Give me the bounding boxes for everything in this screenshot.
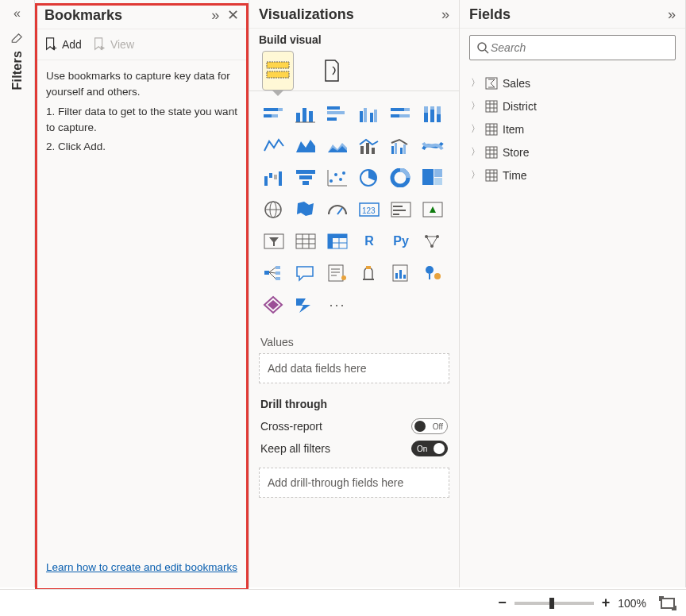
svg-rect-25 bbox=[424, 113, 428, 122]
svg-rect-8 bbox=[272, 114, 278, 117]
qna-icon[interactable] bbox=[292, 260, 319, 287]
donut-chart-icon[interactable] bbox=[387, 164, 414, 191]
field-table-time[interactable]: 〉 Time bbox=[463, 164, 682, 187]
fields-table-list: 〉 Sales 〉 District 〉 Item 〉 Store 〉 bbox=[460, 67, 685, 191]
svg-rect-14 bbox=[327, 111, 345, 114]
field-table-sales[interactable]: 〉 Sales bbox=[463, 71, 682, 94]
svg-rect-3 bbox=[267, 62, 289, 68]
svg-rect-16 bbox=[360, 111, 363, 122]
gauge-icon[interactable] bbox=[324, 196, 351, 223]
bookmarks-help-link[interactable]: Learn how to create and edit bookmarks bbox=[46, 561, 237, 573]
svg-rect-100 bbox=[366, 266, 371, 269]
stacked-area-chart-icon[interactable] bbox=[324, 133, 351, 160]
chevron-right-icon: 〉 bbox=[471, 99, 480, 113]
table-icon[interactable] bbox=[292, 228, 319, 255]
decomposition-tree-icon[interactable] bbox=[260, 260, 287, 287]
hundred-stacked-bar-icon[interactable] bbox=[387, 101, 414, 128]
search-input[interactable] bbox=[489, 40, 669, 55]
hundred-stacked-column-icon[interactable] bbox=[419, 101, 446, 128]
search-icon bbox=[476, 41, 489, 54]
line-stacked-column-icon[interactable] bbox=[356, 133, 383, 160]
close-bookmarks-icon[interactable]: ✕ bbox=[227, 7, 239, 23]
field-table-store[interactable]: 〉 Store bbox=[463, 141, 682, 164]
collapse-fields-icon[interactable]: » bbox=[668, 6, 676, 22]
paginated-report-icon[interactable] bbox=[387, 260, 414, 287]
bookmarks-pane: Bookmarks » ✕ Add View Use bookmarks to … bbox=[35, 0, 249, 587]
waterfall-chart-icon[interactable] bbox=[260, 164, 287, 191]
drill-through-label: Drill through bbox=[249, 383, 459, 415]
field-table-district[interactable]: 〉 District bbox=[463, 94, 682, 117]
card-icon[interactable]: 123 bbox=[356, 196, 383, 223]
r-visual-icon[interactable]: R bbox=[356, 228, 383, 255]
more-visuals-icon[interactable]: ··· bbox=[324, 291, 351, 318]
filled-map-icon[interactable] bbox=[292, 196, 319, 223]
expand-filters-icon[interactable]: « bbox=[13, 6, 21, 21]
sigma-table-icon bbox=[485, 77, 498, 90]
svg-rect-124 bbox=[486, 147, 497, 158]
pie-chart-icon[interactable] bbox=[356, 164, 383, 191]
svg-marker-71 bbox=[269, 237, 279, 246]
svg-line-112 bbox=[485, 50, 488, 53]
build-visual-tab[interactable] bbox=[262, 51, 294, 90]
chevron-right-icon: 〉 bbox=[471, 76, 480, 90]
drill-through-field-well[interactable]: Add drill-through fields here bbox=[259, 468, 449, 498]
scatter-chart-icon[interactable] bbox=[324, 164, 351, 191]
svg-point-47 bbox=[330, 179, 333, 183]
collapse-visualizations-icon[interactable]: » bbox=[441, 6, 449, 22]
slicer-icon[interactable] bbox=[260, 228, 287, 255]
zoom-out-button[interactable]: − bbox=[498, 595, 507, 611]
python-visual-icon[interactable]: Py bbox=[387, 228, 414, 255]
smart-narrative-icon[interactable] bbox=[324, 260, 351, 287]
svg-rect-45 bbox=[299, 175, 312, 179]
power-apps-icon[interactable] bbox=[260, 291, 287, 318]
area-chart-icon[interactable] bbox=[292, 133, 319, 160]
format-icon bbox=[322, 59, 342, 83]
svg-rect-44 bbox=[296, 170, 315, 174]
svg-rect-17 bbox=[364, 108, 367, 122]
field-table-item[interactable]: 〉 Item bbox=[463, 117, 682, 141]
fields-search[interactable] bbox=[469, 35, 676, 60]
svg-rect-91 bbox=[276, 277, 280, 280]
treemap-icon[interactable] bbox=[419, 164, 446, 191]
svg-rect-119 bbox=[486, 124, 497, 135]
key-influencers-icon[interactable] bbox=[419, 228, 446, 255]
bookmarks-step1: 1. Filter data to get to the state you w… bbox=[46, 104, 237, 137]
svg-rect-55 bbox=[422, 169, 434, 185]
zoom-slider[interactable] bbox=[514, 602, 594, 605]
eraser-icon[interactable] bbox=[10, 29, 25, 43]
goals-icon[interactable] bbox=[356, 260, 383, 287]
ribbon-chart-icon[interactable] bbox=[419, 133, 446, 160]
map-icon[interactable] bbox=[260, 196, 287, 223]
filters-pane-collapsed[interactable]: « Filters bbox=[0, 0, 35, 587]
svg-point-111 bbox=[478, 43, 486, 51]
stacked-column-chart-icon[interactable] bbox=[292, 101, 319, 128]
svg-rect-114 bbox=[486, 101, 497, 112]
matrix-icon[interactable] bbox=[324, 228, 351, 255]
keep-filters-toggle[interactable]: On bbox=[411, 441, 448, 456]
stacked-bar-chart-icon[interactable] bbox=[260, 101, 287, 128]
collapse-bookmarks-icon[interactable]: » bbox=[211, 7, 219, 23]
line-clustered-column-icon[interactable] bbox=[387, 133, 414, 160]
build-visual-label: Build visual bbox=[249, 29, 459, 46]
power-automate-icon[interactable] bbox=[292, 291, 319, 318]
svg-point-49 bbox=[339, 178, 342, 181]
arcgis-icon[interactable] bbox=[419, 260, 446, 287]
svg-point-50 bbox=[342, 171, 345, 175]
svg-rect-19 bbox=[374, 110, 377, 122]
svg-rect-4 bbox=[267, 71, 289, 78]
values-field-well[interactable]: Add data fields here bbox=[259, 353, 449, 383]
svg-marker-110 bbox=[296, 298, 310, 313]
format-visual-tab[interactable] bbox=[316, 51, 348, 90]
funnel-chart-icon[interactable] bbox=[292, 164, 319, 191]
multi-row-card-icon[interactable] bbox=[387, 196, 414, 223]
clustered-bar-chart-icon[interactable] bbox=[324, 101, 351, 128]
cross-report-label: Cross-report bbox=[260, 420, 322, 433]
kpi-icon[interactable] bbox=[419, 196, 446, 223]
clustered-column-chart-icon[interactable] bbox=[356, 101, 383, 128]
cross-report-toggle[interactable]: Off bbox=[411, 418, 448, 434]
zoom-in-button[interactable]: + bbox=[602, 595, 611, 611]
line-chart-icon[interactable] bbox=[260, 133, 287, 160]
add-bookmark-button[interactable]: Add bbox=[44, 37, 82, 52]
svg-line-61 bbox=[337, 208, 342, 214]
fit-to-page-icon[interactable] bbox=[661, 598, 675, 609]
